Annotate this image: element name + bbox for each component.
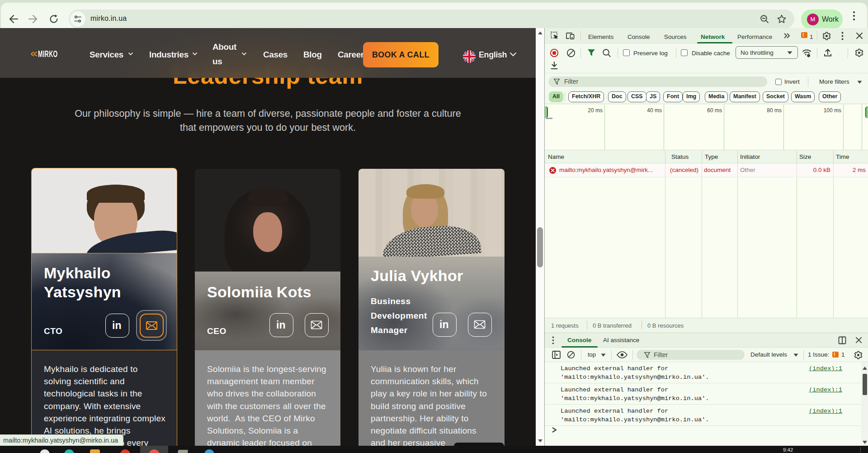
svg-text:in: in [439, 319, 448, 330]
svg-text:in: in [276, 319, 285, 331]
svg-text:in: in [112, 319, 121, 331]
